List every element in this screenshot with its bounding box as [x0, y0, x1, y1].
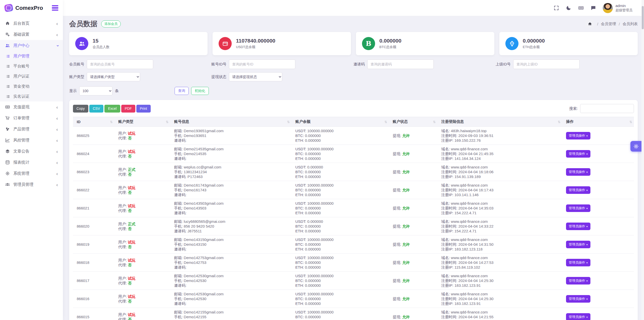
table-row: 866019用户: 试玩代理: 否邮箱: Demo143150gmail.com…	[73, 235, 634, 254]
sort-icon[interactable]: ⇅	[433, 120, 436, 124]
breadcrumb-home-icon[interactable]	[585, 19, 594, 28]
table-row: 866015用户: 试玩代理: 否邮箱: Demo142155gmail.com…	[73, 308, 634, 320]
breadcrumb-item[interactable]: 会员列表	[623, 22, 638, 26]
invite-code-input[interactable]	[367, 59, 434, 69]
chevron-left-icon: ‹	[56, 105, 58, 110]
status-cell: 提现: 允许	[389, 235, 437, 254]
column-header-注册登陆信息[interactable]: 注册登陆信息⇅	[437, 117, 562, 127]
admin-action-button[interactable]: 管理员操作▾	[566, 204, 590, 212]
sidebar-item-label: 报表统计	[13, 160, 29, 165]
admin-role: 超级管理员	[616, 8, 633, 13]
export-excel-button[interactable]: Excel	[104, 105, 120, 113]
search-label: 搜索:	[569, 106, 578, 111]
sidebar-subitem-用户认证[interactable]: 用户认证	[0, 71, 63, 81]
admin-action-button[interactable]: 管理员操作▾	[566, 150, 590, 158]
table-row: 866025用户: 试玩代理: 否邮箱: Demo193651gmail.com…	[73, 127, 634, 145]
admin-action-button[interactable]: 管理员操作▾	[566, 186, 590, 194]
sidebar-item-报表统计[interactable]: 报表统计‹	[0, 157, 63, 168]
sidebar-subitem-平台账号[interactable]: 平台账号	[0, 61, 63, 71]
show-entries-select[interactable]: 100	[79, 86, 112, 95]
filters: 会员账号 账号ID号 邀请码 上级ID号 账户类型 请选择账户类型	[69, 59, 638, 95]
breadcrumb-item[interactable]: 会员管理	[601, 22, 616, 26]
sidebar-item-用户中心[interactable]: 用户中心‹	[0, 40, 63, 51]
register-info-cell: 域名: 483h.haiwaiym18.top注册时间: 2024-09-03 …	[437, 127, 562, 145]
member-id: 866024	[73, 145, 114, 163]
brand-logo-icon	[4, 4, 14, 12]
account-type-cell: 用户: 试玩代理: 否	[114, 254, 170, 272]
admin-action-button[interactable]: 管理员操作▾	[566, 277, 590, 285]
member-account-input[interactable]	[87, 59, 153, 69]
export-copy-button[interactable]: Copy	[73, 105, 88, 113]
action-cell: 管理员操作▾	[562, 235, 634, 254]
column-header-账户余额[interactable]: 账户余额⇅	[292, 117, 389, 127]
export-buttons: CopyCSVExcelPDFPrint	[73, 105, 152, 113]
column-header-账户状态[interactable]: 账户状态⇅	[389, 117, 437, 127]
admin-action-button[interactable]: 管理员操作▾	[566, 295, 590, 303]
withdraw-status-select[interactable]: 请选择提现状态	[229, 72, 282, 81]
sidebar-subitem-实名认证[interactable]: 实名认证	[0, 91, 63, 101]
admin-action-button[interactable]: 管理员操作▾	[566, 132, 590, 139]
sidebar-item-充值提现[interactable]: 充值提现‹	[0, 101, 63, 113]
withdraw-status-label: 提现状态	[211, 75, 226, 79]
admin-action-button[interactable]: 管理员操作▾	[566, 223, 590, 230]
sidebar-item-文章公告[interactable]: 文章公告‹	[0, 146, 63, 157]
sidebar-item-基础设置[interactable]: 基础设置‹	[0, 29, 63, 40]
stat-value: 0.000000	[379, 38, 401, 44]
column-header-操作[interactable]: 操作⇅	[562, 117, 634, 127]
sidebar-subitem-用户管理[interactable]: 用户管理	[0, 51, 63, 61]
sidebar-subitem-资金变动[interactable]: 资金变动	[0, 81, 63, 91]
query-button[interactable]: 查询	[175, 87, 189, 95]
admin-action-button[interactable]: 管理员操作▾	[566, 259, 590, 266]
balance-cell: USDT: 100000.000000BTC: 0.000000ETH: 0.0…	[292, 272, 389, 290]
reset-button[interactable]: 初始化	[191, 87, 209, 95]
sidebar-item-label: 用户中心	[13, 43, 29, 48]
table-search-input[interactable]	[580, 104, 634, 113]
topbar: admin 超级管理员	[63, 0, 644, 16]
column-header-ID[interactable]: ID⇅	[73, 117, 114, 127]
column-header-账号信息[interactable]: 账号信息⇅	[170, 117, 292, 127]
admin-menu[interactable]: admin 超级管理员	[603, 3, 633, 13]
export-pdf-button[interactable]: PDF	[121, 105, 135, 113]
sidebar-item-系统管理[interactable]: 系统管理‹	[0, 168, 63, 179]
sort-icon[interactable]: ⇅	[287, 120, 290, 124]
admin-action-button[interactable]: 管理员操作▾	[566, 168, 590, 176]
parent-id-input[interactable]	[513, 59, 580, 69]
eth-icon	[505, 37, 518, 50]
sort-icon[interactable]: ⇅	[629, 120, 632, 124]
sidebar-item-后台首页[interactable]: 后台首页‹	[0, 18, 63, 29]
admin-action-button[interactable]: 管理员操作▾	[566, 241, 590, 248]
avatar[interactable]	[603, 3, 613, 13]
sidebar-item-管理员管理[interactable]: 管理员管理‹	[0, 179, 63, 190]
add-member-button[interactable]: 添加会员	[101, 20, 121, 27]
money-icon[interactable]	[578, 5, 584, 11]
account-id-input[interactable]	[229, 59, 295, 69]
fullscreen-icon[interactable]	[553, 5, 559, 11]
menu-toggle-icon[interactable]	[52, 5, 58, 11]
chat-icon[interactable]	[590, 5, 596, 11]
scrollbar-thumb[interactable]	[642, 6, 644, 29]
chevron-left-icon: ‹	[56, 160, 58, 165]
member-id: 866017	[73, 272, 114, 290]
sort-icon[interactable]: ⇅	[110, 120, 113, 124]
admin-action-button[interactable]: 管理员操作▾	[566, 313, 590, 320]
settings-gear-button[interactable]	[630, 141, 641, 152]
account-type-cell: 用户: 试玩代理: 否	[114, 235, 170, 254]
sidebar-item-风控管理[interactable]: 风控管理‹	[0, 135, 63, 146]
chevron-left-icon: ‹	[56, 32, 58, 37]
moon-icon[interactable]	[566, 5, 572, 11]
admins-icon	[5, 182, 10, 187]
account-info-cell: 邮箱: Demo142155gmail.com手机: Demo142155邀请码…	[170, 308, 292, 320]
account-type-select[interactable]: 请选择账户类型	[87, 72, 140, 81]
export-csv-button[interactable]: CSV	[89, 105, 104, 113]
column-header-账户类型[interactable]: 账户类型⇅	[114, 117, 170, 127]
list-icon	[6, 74, 10, 79]
sort-icon[interactable]: ⇅	[166, 120, 169, 124]
sidebar-item-订单管理[interactable]: 订单管理‹	[0, 113, 63, 124]
sidebar-item-产品管理[interactable]: 产品管理‹	[0, 124, 63, 135]
sort-icon[interactable]: ⇅	[384, 120, 387, 124]
account-type-cell: 用户: 试玩代理: 否	[114, 308, 170, 320]
account-info-cell: 邮箱: Demo143150gmail.com手机: Demo143150邀请码…	[170, 235, 292, 254]
sort-icon[interactable]: ⇅	[558, 120, 560, 124]
table-row: 866024用户: 试玩代理: 否邮箱: Demo214535gmail.com…	[73, 145, 634, 163]
export-print-button[interactable]: Print	[136, 105, 151, 113]
